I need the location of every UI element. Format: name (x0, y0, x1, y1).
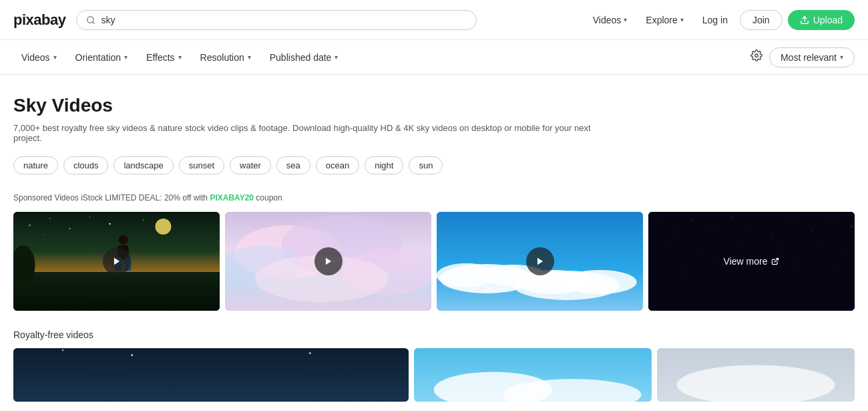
filter-effects-button[interactable]: Effects ▾ (138, 48, 190, 67)
video-card-1[interactable] (13, 212, 220, 311)
svg-rect-60 (13, 348, 409, 402)
play-icon-1 (112, 257, 122, 266)
videos-chevron-icon: ▾ (624, 16, 627, 23)
video-card-3[interactable] (437, 212, 643, 311)
coupon-link[interactable]: PIXABAY20 (210, 193, 254, 202)
explore-nav-button[interactable]: Explore ▾ (639, 11, 690, 29)
svg-line-59 (775, 259, 779, 263)
play-icon-3 (535, 257, 545, 266)
sponsored-text: Sponsored Videos iStock LIMITED DEAL: 20… (13, 193, 208, 202)
tag-landscape[interactable]: landscape (114, 156, 173, 174)
svg-point-10 (43, 235, 43, 235)
svg-point-3 (755, 54, 758, 57)
sponsored-bar: Sponsored Videos iStock LIMITED DEAL: 20… (13, 193, 855, 202)
bottom-video-card-1[interactable] (13, 348, 409, 402)
tag-sunset[interactable]: sunset (179, 156, 224, 174)
filter-resolution-button[interactable]: Resolution ▾ (192, 48, 259, 67)
svg-line-1 (93, 21, 95, 23)
tag-nature[interactable]: nature (13, 156, 58, 174)
view-more-overlay[interactable]: View more (648, 212, 855, 311)
svg-marker-26 (325, 258, 331, 265)
filter-videos-button[interactable]: Videos ▾ (13, 48, 65, 67)
page-title: Sky Videos (13, 95, 855, 116)
videos-filter-chevron-icon: ▾ (53, 53, 57, 61)
header-nav: Videos ▾ Explore ▾ Log in Join Upload (586, 10, 855, 30)
join-button[interactable]: Join (740, 10, 783, 30)
filter-published-date-button[interactable]: Published date ▾ (262, 48, 347, 67)
bottom-video-card-2[interactable] (414, 348, 651, 402)
play-button-1[interactable] (103, 247, 131, 275)
svg-point-12 (156, 219, 172, 235)
external-link-icon (771, 257, 779, 265)
play-button-2[interactable] (314, 247, 343, 275)
upload-button[interactable]: Upload (788, 10, 855, 30)
search-icon (86, 15, 95, 25)
filter-orientation-button[interactable]: Orientation ▾ (67, 48, 136, 67)
filter-bar: Videos ▾ Orientation ▾ Effects ▾ Resolut… (0, 40, 868, 75)
sponsored-coupon-suffix: coupon (256, 193, 282, 202)
svg-point-64 (309, 352, 311, 354)
logo[interactable]: pixabay (13, 11, 65, 29)
tag-water[interactable]: water (230, 156, 271, 174)
svg-point-9 (109, 223, 110, 225)
bottom-video-card-3[interactable] (657, 348, 855, 402)
svg-point-62 (131, 354, 133, 356)
sort-button[interactable]: Most relevant ▾ (769, 47, 855, 67)
tag-night[interactable]: night (365, 156, 403, 174)
view-more-label: View more (724, 256, 768, 267)
svg-point-61 (62, 350, 63, 351)
header: pixabay Videos ▾ Explore ▾ Log in Join U… (0, 0, 868, 40)
tag-clouds[interactable]: clouds (63, 156, 109, 174)
svg-point-11 (143, 219, 144, 221)
svg-point-15 (119, 235, 128, 245)
play-button-3[interactable] (526, 247, 554, 275)
video-grid: View more (13, 212, 855, 311)
orientation-chevron-icon: ▾ (124, 53, 128, 61)
videos-nav-button[interactable]: Videos ▾ (586, 11, 634, 29)
bottom-video-grid (13, 348, 855, 402)
bottom-scene-3 (657, 348, 855, 402)
page-description: 7,000+ best royalty free sky videos & na… (13, 123, 614, 143)
tag-ocean[interactable]: ocean (316, 156, 359, 174)
svg-point-6 (49, 218, 51, 219)
explore-chevron-icon: ▾ (680, 16, 684, 23)
resolution-chevron-icon: ▾ (248, 53, 251, 61)
video-card-2[interactable] (225, 212, 431, 311)
login-button[interactable]: Log in (696, 11, 734, 29)
effects-chevron-icon: ▾ (178, 53, 182, 61)
svg-point-7 (69, 228, 71, 229)
upload-icon (800, 15, 809, 25)
svg-marker-34 (537, 258, 542, 265)
svg-point-33 (564, 270, 637, 294)
video-card-4[interactable]: View more (648, 212, 855, 311)
svg-marker-19 (114, 258, 119, 265)
tag-sea[interactable]: sea (276, 156, 310, 174)
bottom-scene-1 (13, 348, 409, 402)
sort-chevron-icon: ▾ (840, 53, 843, 61)
gear-icon (750, 49, 763, 61)
play-icon-2 (324, 257, 333, 266)
tag-sun[interactable]: sun (409, 156, 443, 174)
svg-point-5 (29, 225, 31, 226)
tags-container: nature clouds landscape sunset water sea… (13, 156, 855, 174)
main-content: Sky Videos 7,000+ best royalty free sky … (0, 75, 868, 402)
published-date-chevron-icon: ▾ (335, 53, 338, 61)
settings-button[interactable] (746, 45, 767, 69)
royalty-free-label: Royalty-free videos (13, 329, 855, 340)
bottom-scene-2 (414, 348, 651, 402)
search-bar (76, 10, 477, 30)
search-input[interactable] (101, 15, 467, 25)
svg-rect-13 (13, 272, 220, 311)
svg-point-8 (89, 217, 91, 218)
